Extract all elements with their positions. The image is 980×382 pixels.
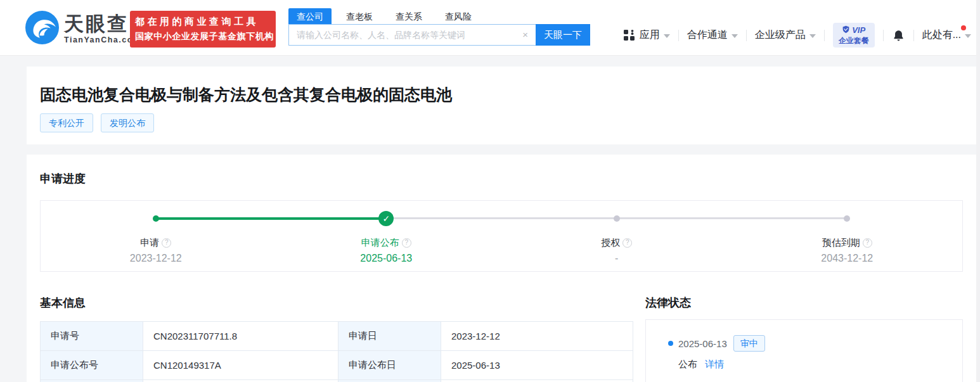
notification-red-dot (961, 25, 966, 30)
timeline-dot-pending (614, 215, 620, 222)
patent-title-card: 固态电池复合电极与制备方法及包含其复合电极的固态电池 专利公开 发明公布 (27, 67, 976, 144)
patent-title: 固态电池复合电极与制备方法及包含其复合电极的固态电池 (40, 84, 963, 105)
help-icon[interactable]: ? (863, 238, 872, 248)
timeline-bullet-icon (668, 341, 673, 346)
status-badge: 审中 (733, 335, 765, 352)
help-icon[interactable]: ? (402, 238, 411, 248)
nav-divider (678, 30, 679, 41)
nav-apps[interactable]: 应用 (623, 29, 670, 42)
step-date: - (615, 251, 618, 265)
slogan-line2: 国家中小企业发展子基金旗下机构 (135, 31, 271, 42)
search-tab-company[interactable]: 查公司 (288, 8, 332, 24)
legal-event-label: 公布 (678, 359, 697, 369)
nav-enterprise[interactable]: 企业级产品 (755, 29, 816, 42)
patent-tags: 专利公开 发明公布 (40, 113, 963, 132)
timeline-check-icon: ✓ (378, 211, 394, 226)
nav-enterprise-label: 企业级产品 (755, 29, 806, 42)
table-row: 申请公布号 CN120149317A 申请公布日 2025-06-13 (41, 351, 633, 380)
patent-detail-card: 申请进度 申请 ? 2023-12-12 ✓ 申请公布 ? (27, 155, 976, 382)
tag-invention-publication[interactable]: 发明公布 (101, 113, 154, 132)
tianyancha-eye-icon (25, 11, 59, 47)
page-scrollbar[interactable] (976, 0, 980, 382)
slogan-banner: 都在用的商业查询工具 国家中小企业发展子基金旗下机构 (130, 11, 276, 48)
cell-publication-date-label: 申请公布日 (338, 351, 441, 380)
cell-publication-number-label: 申请公布号 (41, 351, 143, 380)
cell-publication-number-value: CN120149317A (143, 351, 338, 380)
timeline-step-grant: 授权 ? - (501, 201, 732, 271)
search-input[interactable] (288, 24, 536, 46)
search-tab-risk[interactable]: 查风险 (437, 8, 480, 24)
notification-bell-icon[interactable] (892, 29, 905, 42)
nav-cooperation-label: 合作通道 (687, 29, 728, 42)
basic-info-table: 申请号 CN202311707711.8 申请日 2023-12-12 申请公布… (40, 321, 633, 382)
cell-application-date-value: 2023-12-12 (441, 322, 633, 351)
legal-status-date: 2025-06-13 (678, 338, 727, 349)
detail-link[interactable]: 详情 (705, 359, 724, 369)
timeline-step-application: 申请 ? 2023-12-12 (41, 201, 271, 271)
nav-divider (883, 30, 884, 41)
step-label: 申请公布 (361, 236, 399, 249)
nav-divider (913, 30, 914, 41)
vip-package-button[interactable]: VIP 企业套餐 (833, 23, 875, 48)
nav-cooperation[interactable]: 合作通道 (687, 29, 738, 42)
application-progress-timeline: 申请 ? 2023-12-12 ✓ 申请公布 ? 2025-06-13 (40, 200, 963, 272)
apps-grid-icon (623, 29, 635, 41)
table-row: 申请号 CN202311707711.8 申请日 2023-12-12 (41, 322, 633, 351)
vip-shield-icon (842, 25, 852, 35)
search-tab-relation[interactable]: 查关系 (387, 8, 430, 24)
legal-status-item: 2025-06-13 审中 (668, 335, 962, 352)
legal-status-box: 2025-06-13 审中 公布 详情 (645, 319, 963, 382)
nav-more-label: 此处有... (922, 29, 961, 42)
vip-label: VIP (852, 26, 865, 35)
chevron-down-icon (664, 34, 670, 38)
help-icon[interactable]: ? (622, 238, 632, 248)
step-label: 授权 (601, 236, 620, 249)
timeline-step-publication: ✓ 申请公布 ? 2025-06-13 (271, 201, 502, 271)
search-tabs: 查公司 查老板 查关系 查风险 (288, 8, 590, 24)
nav-divider (824, 30, 825, 41)
nav-divider (746, 30, 747, 41)
chevron-down-icon (732, 34, 738, 38)
header-search: 查公司 查老板 查关系 查风险 × 天眼一下 (288, 8, 590, 46)
tianyancha-logo[interactable]: 天眼查 TianYanCha.com (25, 11, 141, 47)
chevron-down-icon (809, 34, 816, 38)
timeline-dot-pending (844, 215, 850, 222)
nav-apps-label: 应用 (640, 29, 660, 42)
progress-heading: 申请进度 (40, 171, 963, 187)
table-row (41, 380, 633, 382)
timeline-step-expiry: 预估到期 ? 2043-12-12 (732, 201, 963, 271)
legal-status-heading: 法律状态 (645, 295, 963, 311)
search-tab-boss[interactable]: 查老板 (338, 8, 381, 24)
search-button[interactable]: 天眼一下 (536, 24, 590, 46)
page-content: 固态电池复合电极与制备方法及包含其复合电极的固态电池 专利公开 发明公布 申请进… (0, 67, 980, 382)
cell-application-number-label: 申请号 (41, 322, 143, 351)
basic-info-heading: 基本信息 (40, 295, 633, 311)
cell-application-date-label: 申请日 (338, 322, 441, 351)
timeline-dot-done (153, 215, 159, 222)
vip-package-label: 企业套餐 (839, 36, 869, 45)
step-date: 2025-06-13 (360, 251, 412, 265)
site-header: 天眼查 TianYanCha.com 都在用的商业查询工具 国家中小企业发展子基… (0, 0, 980, 56)
chevron-down-icon (965, 34, 971, 38)
nav-more[interactable]: 此处有... (922, 29, 971, 42)
step-label: 申请 (140, 236, 159, 249)
cell-publication-date-value: 2025-06-13 (441, 351, 633, 380)
step-label: 预估到期 (822, 236, 860, 249)
basic-info-section: 基本信息 申请号 CN202311707711.8 申请日 2023-12-12… (40, 295, 633, 382)
slogan-line1: 都在用的商业查询工具 (135, 16, 271, 28)
help-icon[interactable]: ? (162, 238, 171, 248)
top-nav: 应用 合作通道 企业级产品 VIP 企业套餐 (623, 23, 971, 48)
step-date: 2023-12-12 (130, 251, 182, 265)
legal-status-section: 法律状态 2025-06-13 审中 公布 详情 (645, 295, 963, 382)
clear-search-icon[interactable]: × (522, 29, 528, 41)
step-date: 2043-12-12 (821, 251, 873, 265)
cell-application-number-value: CN202311707711.8 (143, 322, 338, 351)
tag-patent-publication[interactable]: 专利公开 (40, 113, 93, 132)
